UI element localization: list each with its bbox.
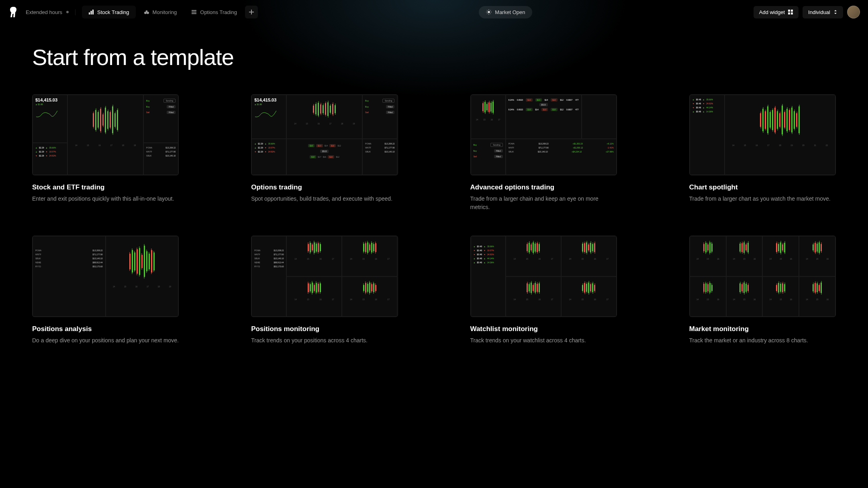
svg-line-17	[490, 14, 491, 14]
template-preview: ▲$0.48▲35.66% ▼$0.48▼10.07% ▼$0.48▼24.92…	[470, 236, 617, 317]
chevron-updown-icon	[833, 10, 837, 14]
candlestick-chart	[108, 239, 176, 284]
tab-label: Stock Trading	[97, 9, 129, 15]
template-desc: Trade from a larger chain and keep an ey…	[470, 195, 617, 211]
price-value: $14,415.03	[35, 98, 65, 102]
svg-rect-8	[192, 13, 196, 14]
svg-line-18	[487, 14, 488, 14]
add-tab-button[interactable]	[245, 6, 258, 18]
svg-point-11	[488, 11, 490, 13]
svg-rect-21	[791, 10, 793, 12]
template-card-options[interactable]: $14,415.03 ▲ $1.88 141516171819 BuySendi…	[251, 94, 398, 211]
workspace-tabs: Stock Trading Monitoring Options Trading	[82, 6, 258, 18]
svg-line-19	[490, 10, 491, 11]
bar-chart-icon	[88, 9, 94, 15]
template-preview: ▲$0.48▲35.66% ▼$0.48▼24.92% ▼$0.48▲44.14…	[689, 94, 836, 175]
svg-rect-10	[249, 12, 254, 12]
extended-hours-label: Extended hours	[26, 9, 62, 15]
main-content: Start from a template $14,415.03 ▲ $1.88	[0, 24, 868, 365]
template-preview: $14,415.03 ▲ $1.88 141516171819 BuySendi…	[251, 94, 398, 175]
template-card-market-monitoring[interactable]: 141516 141516 141516 141516 141516 14151…	[689, 236, 836, 344]
tab-stock-trading[interactable]: Stock Trading	[82, 6, 136, 18]
tab-monitoring[interactable]: Monitoring	[137, 6, 184, 18]
binoculars-icon	[144, 9, 149, 15]
template-desc: Trade from a larger chart as you watch t…	[689, 195, 836, 203]
template-preview: 14151617 8.24%0.8023$10$10$14$10$120.683…	[470, 94, 617, 175]
market-status-pill[interactable]: Market Open	[479, 6, 532, 18]
template-title: Market monitoring	[689, 325, 836, 333]
svg-rect-2	[92, 10, 94, 14]
template-title: Positions analysis	[32, 325, 179, 333]
tab-label: Options Trading	[200, 9, 237, 15]
template-desc: Track trends on your positions across 4 …	[251, 336, 398, 345]
svg-line-16	[487, 10, 488, 11]
svg-rect-5	[146, 10, 147, 12]
add-widget-label: Add widget	[759, 9, 785, 15]
user-avatar[interactable]	[847, 6, 860, 18]
template-desc: Track the market or an industry across 8…	[689, 336, 836, 345]
template-card-positions-analysis[interactable]: POWA$13,208.22 WNTF$71,177.90 SBUK$15,14…	[32, 236, 179, 344]
sun-icon	[486, 9, 492, 15]
template-preview: POWA$13,208.22 WNTF$71,177.90 SBUK$15,14…	[32, 236, 179, 317]
add-widget-button[interactable]: Add widget	[754, 6, 799, 18]
widget-grid-icon	[788, 10, 793, 14]
template-title: Advanced options trading	[470, 183, 617, 191]
brand-logo[interactable]	[8, 6, 18, 18]
price-value: $14,415.03	[254, 98, 284, 102]
candlestick-chart	[474, 98, 503, 117]
template-desc: Track trends on your watchlist across 4 …	[470, 336, 617, 345]
svg-rect-23	[791, 12, 793, 14]
template-title: Positions monitoring	[251, 325, 398, 333]
template-desc: Enter and exit positions quickly with th…	[32, 195, 179, 203]
app-header: Extended hours Stock Trading Monitoring …	[0, 0, 868, 24]
template-desc: Do a deep dive on your positions and pla…	[32, 336, 179, 345]
header-right: Add widget Individual	[754, 6, 860, 18]
sparkline-icon	[254, 109, 278, 119]
svg-rect-6	[192, 10, 196, 11]
template-card-positions-monitoring[interactable]: POWA$13,208.22 WNTF$71,177.90 SBUK$15,14…	[251, 236, 398, 344]
tab-label: Monitoring	[153, 9, 177, 15]
svg-rect-1	[91, 11, 92, 14]
template-card-watchlist-monitoring[interactable]: ▲$0.48▲35.66% ▼$0.48▼10.07% ▼$0.48▼24.92…	[470, 236, 617, 344]
account-dropdown[interactable]: Individual	[803, 6, 843, 18]
tab-options-trading[interactable]: Options Trading	[185, 6, 243, 18]
template-title: Chart spotlight	[689, 183, 836, 191]
page-title: Start from a template	[32, 44, 836, 70]
candlestick-chart	[289, 98, 359, 121]
list-icon	[191, 9, 197, 15]
template-desc: Spot opportunities, build trades, and ex…	[251, 195, 398, 203]
svg-rect-20	[788, 10, 790, 12]
template-preview: POWA$13,208.22 WNTF$71,177.90 SBUK$15,14…	[251, 236, 398, 317]
market-status-label: Market Open	[495, 9, 525, 15]
svg-rect-7	[192, 12, 196, 12]
template-title: Stock and ETF trading	[32, 183, 179, 191]
svg-rect-22	[788, 12, 790, 14]
candlestick-chart	[70, 98, 141, 142]
header-center: Market Open	[261, 6, 750, 18]
template-card-chart-spotlight[interactable]: ▲$0.48▲35.66% ▼$0.48▼24.92% ▼$0.48▲44.14…	[689, 94, 836, 211]
candlestick-chart	[727, 98, 833, 142]
template-card-stock-etf[interactable]: $14,415.03 ▲ $1.88 141516171819 BuySendi…	[32, 94, 179, 211]
template-preview: 141516 141516 141516 141516 141516 14151…	[689, 236, 836, 317]
svg-rect-0	[89, 12, 90, 14]
template-card-advanced-options[interactable]: 14151617 8.24%0.8023$10$10$14$10$120.683…	[470, 94, 617, 211]
status-dot-icon	[66, 11, 69, 13]
template-title: Watchlist monitoring	[470, 325, 617, 333]
account-label: Individual	[808, 9, 830, 15]
template-preview: $14,415.03 ▲ $1.88 141516171819 BuySendi…	[32, 94, 179, 175]
template-title: Options trading	[251, 183, 398, 191]
plus-icon	[249, 10, 254, 14]
template-grid: $14,415.03 ▲ $1.88 141516171819 BuySendi…	[32, 94, 836, 345]
sparkline-icon	[35, 109, 59, 119]
extended-hours-indicator: Extended hours	[26, 9, 76, 15]
